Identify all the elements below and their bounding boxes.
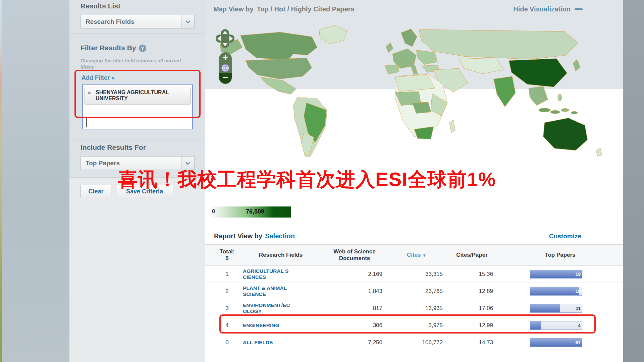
help-icon[interactable]: ? [139,45,146,52]
row-cites: 3,975 [382,322,443,329]
top-papers-bar-track: 67 [530,338,582,347]
row-cites: 33,315 [382,271,443,278]
table-row: 0ALL FIELDS7,250106,77214.7367 [205,334,623,351]
row-rank: 1 [215,271,239,278]
sidebar-divider [69,33,205,34]
total-value: 5 [215,255,239,262]
research-field-label[interactable]: ENVIRONMENT/ECOLOGY [243,302,290,315]
include-results-heading: Include Results For [80,143,146,152]
research-field-link[interactable]: PLANT & ANIMAL SCIENCE [239,285,323,298]
legend-max-value: 76,509 [246,208,264,215]
add-filter-link[interactable]: Add Filter » [82,74,115,81]
research-field-link[interactable]: AGRICULTURAL SCIENCES [239,268,323,281]
map-pan-control[interactable] [215,29,235,48]
row-rank: 4 [215,322,239,329]
filter-note: Changing the filter field removes all cu… [80,58,185,70]
row-cites-per-paper: 17.06 [443,305,493,312]
research-field-label[interactable]: ALL FIELDS [243,340,290,346]
report-title-selection: Selection [265,232,295,240]
top-papers-count: 19 [575,270,581,278]
chevron-down-icon[interactable] [181,15,194,28]
chevron-down-icon[interactable] [181,157,194,170]
row-documents: 817 [323,305,382,312]
map-visualization-panel: Map View byTop / Hot / Highly Cited Pape… [205,0,623,228]
filter-results-label: Filter Results By [80,44,136,52]
clear-button[interactable]: Clear [80,185,111,198]
research-field-link[interactable]: ENGINEERING [239,322,323,328]
top-papers-bar-fill [530,304,560,312]
save-criteria-button[interactable]: Save Criteria [116,185,173,198]
top-papers-bar: 11 [530,304,582,313]
map-view-title-prefix: Map View by [213,5,254,13]
research-field-link[interactable]: ALL FIELDS [239,340,323,346]
map-view-title-papers: Top / Hot / Highly Cited Papers [257,5,355,13]
top-papers-bar-track: 19 [530,270,582,279]
slide-background-right [623,0,644,362]
row-cites-per-paper: 15.36 [443,271,493,278]
row-documents: 306 [323,322,382,329]
column-research-fields: Research Fields [239,252,323,258]
top-papers-bar-fill [530,339,582,347]
top-papers-bar-track: 18 [530,287,582,296]
zoom-in-button[interactable]: + [219,52,232,63]
top-papers-bar-fill [530,270,582,278]
slide-photo-sliver [0,0,2,362]
total-label: Total: [215,248,239,255]
row-rank: 3 [215,305,239,312]
hide-visualization-link[interactable]: Hide Visualization [513,0,583,18]
map-color-legend: 0 76,509 [210,206,291,218]
research-field-link[interactable]: ENVIRONMENT/ECOLOGY [239,302,323,315]
top-papers-bar: 4 [530,321,582,330]
row-documents: 7,250 [323,339,382,346]
table-row: 1AGRICULTURAL SCIENCES2,16933,31515.3619 [205,266,623,283]
slide-background-left [0,0,69,362]
map-zoom-control: + − [219,52,232,84]
column-cites-per-paper: Cites/Paper [447,252,497,258]
column-total: Total: 5 [215,248,239,262]
filter-input-box[interactable]: × SHENYANG AGRICULTURAL UNIVERSITY [82,84,193,129]
filter-tag-label: SHENYANG AGRICULTURAL UNIVERSITY [96,89,169,101]
legend-min-value: 0 [212,208,215,215]
column-top-papers: Top Papers [534,252,586,258]
results-list-value: Research Fields [81,18,181,25]
world-choropleth-map[interactable] [214,22,624,170]
row-cites: 106,772 [382,339,443,346]
zoom-out-button[interactable]: − [219,73,232,84]
research-field-label[interactable]: ENGINEERING [243,322,290,328]
top-papers-bar-fill [530,321,541,329]
table-row: 2PLANT & ANIMAL SCIENCE1,84323,76512.891… [205,283,623,300]
row-cites-per-paper: 12.99 [443,322,493,329]
include-results-dropdown[interactable]: Top Papers [80,156,195,170]
top-papers-count: 11 [576,304,581,312]
globe-icon[interactable] [219,63,232,73]
sidebar-divider [69,139,205,139]
row-documents: 2,169 [323,271,382,278]
top-papers-count: 18 [575,287,581,295]
top-papers-count: 67 [575,339,581,347]
main-panel: Map View byTop / Hot / Highly Cited Pape… [205,0,623,362]
row-rank: 0 [215,339,239,346]
report-title: Report View bySelection [214,228,295,244]
remove-filter-icon[interactable]: × [88,90,91,96]
table-row: 3ENVIRONMENT/ECOLOGY81713,93517.0611 [205,300,623,317]
cites-header-label: Cites [407,252,421,258]
hide-visualization-label: Hide Visualization [513,5,571,13]
map-view-title: Map View byTop / Hot / Highly Cited Pape… [213,0,354,18]
research-field-label[interactable]: PLANT & ANIMAL SCIENCE [243,285,290,298]
top-papers-bar: 18 [530,287,582,296]
top-papers-bar-track: 4 [530,321,582,330]
column-cites-sortable[interactable]: Cites ▼ [386,252,447,258]
research-field-label[interactable]: AGRICULTURAL SCIENCES [243,268,290,281]
screenshot-root: Results List Research Fields Filter Resu… [0,0,644,362]
top-papers-bar: 19 [530,270,582,279]
report-header: Report View bySelection Customize [205,228,623,245]
sidebar-bottom-section [69,177,205,362]
report-table-body: 1AGRICULTURAL SCIENCES2,16933,31515.3619… [205,266,623,351]
filter-tag: × SHENYANG AGRICULTURAL UNIVERSITY [85,87,191,105]
customize-link[interactable]: Customize [549,228,581,244]
report-title-prefix: Report View by [214,232,262,240]
results-list-dropdown[interactable]: Research Fields [80,15,195,28]
map-controls: + − [215,29,235,84]
row-cites-per-paper: 12.89 [443,288,493,295]
include-results-value: Top Papers [81,160,181,167]
